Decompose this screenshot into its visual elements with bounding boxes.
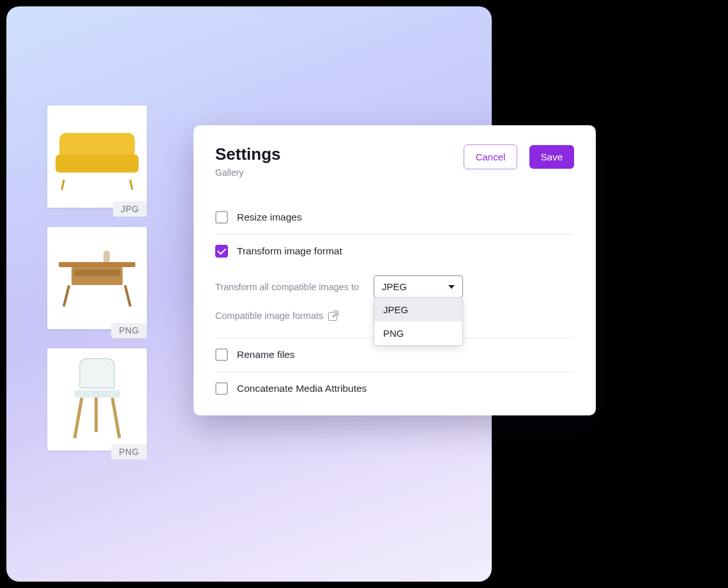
chair-image	[65, 358, 129, 441]
format-badge: JPG	[113, 201, 147, 217]
sofa-image	[56, 133, 139, 181]
rename-label: Rename files	[237, 349, 294, 360]
option-resize-row: Resize images	[215, 201, 574, 235]
transform-target-row: Transform all compatible images to JPEG …	[215, 269, 574, 304]
chevron-down-icon	[448, 285, 455, 289]
thumbnail-chair[interactable]: PNG	[47, 348, 147, 451]
rename-checkbox[interactable]	[215, 348, 228, 361]
panel-actions: Cancel Save	[464, 144, 574, 169]
thumbnail-column: JPG PNG PNG	[47, 105, 147, 451]
format-dropdown: JPEG PNG	[374, 297, 463, 346]
transform-checkbox[interactable]	[215, 245, 228, 258]
thumbnail-table[interactable]: PNG	[47, 227, 147, 329]
panel-subtitle: Gallery	[215, 167, 281, 178]
concat-checkbox[interactable]	[215, 382, 228, 395]
format-select[interactable]: JPEG	[374, 275, 463, 298]
settings-panel: Settings Gallery Cancel Save Resize imag…	[193, 125, 596, 415]
format-badge: PNG	[111, 444, 147, 460]
format-option-jpeg[interactable]: JPEG	[374, 298, 462, 321]
panel-title: Settings	[215, 144, 281, 164]
format-option-png[interactable]: PNG	[374, 321, 462, 345]
format-badge: PNG	[111, 323, 147, 338]
compatible-label: Compatible image formats	[215, 311, 362, 321]
save-button[interactable]: Save	[529, 145, 574, 169]
resize-checkbox[interactable]	[215, 211, 228, 224]
format-select-value: JPEG	[382, 281, 407, 292]
external-link-icon[interactable]	[328, 312, 337, 321]
option-transform-row: Transform image format Transform all com…	[215, 235, 574, 338]
transform-to-label: Transform all compatible images to	[215, 282, 362, 292]
resize-label: Resize images	[237, 212, 302, 223]
compatible-label-text: Compatible image formats	[215, 311, 323, 321]
thumbnail-sofa[interactable]: JPG	[47, 105, 147, 208]
panel-header: Settings Gallery Cancel Save	[215, 144, 574, 178]
cancel-button[interactable]: Cancel	[464, 144, 518, 169]
option-concat-row: Concatenate Media Attributes	[215, 372, 574, 405]
table-image	[59, 249, 135, 307]
transform-label: Transform image format	[237, 245, 342, 257]
concat-label: Concatenate Media Attributes	[237, 383, 367, 394]
